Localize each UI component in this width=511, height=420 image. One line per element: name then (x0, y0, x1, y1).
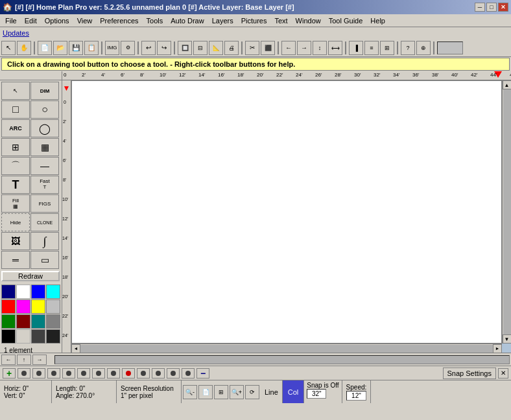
toolbar-b11[interactable]: ⊕ (416, 41, 431, 55)
toolbar-new[interactable]: 📄 (38, 41, 52, 55)
tool-arc[interactable]: ARC (1, 119, 30, 137)
dot-btn-5[interactable] (77, 368, 90, 379)
nav-track[interactable] (54, 355, 510, 364)
toolbar-zoom-out[interactable]: ⊟ (193, 41, 208, 55)
tool-text[interactable]: T (1, 176, 30, 194)
dot-btn-7[interactable] (107, 368, 120, 379)
color-cell-11[interactable] (46, 314, 60, 329)
minimize-button[interactable]: ─ (475, 3, 485, 12)
redraw-button[interactable]: Redraw (1, 271, 60, 281)
dot-btn-11[interactable] (182, 368, 195, 379)
dot-btn-8[interactable] (137, 368, 150, 379)
tool-fast-text[interactable]: FastT (30, 176, 59, 194)
menu-window[interactable]: Window (292, 16, 325, 26)
toolbar-hand[interactable]: ✋ (17, 41, 31, 55)
color-cell-0[interactable] (1, 285, 16, 299)
tool-stairs[interactable]: ⌒ (1, 157, 30, 175)
color-cell-8[interactable] (1, 314, 16, 329)
dot-btn-1[interactable] (18, 368, 30, 379)
dotbar-close[interactable]: ✕ (498, 368, 508, 379)
tool-image[interactable]: 🖼 (1, 232, 30, 250)
zoom-page-icon[interactable]: 📄 (198, 385, 213, 399)
tool-select[interactable]: ↖ (1, 82, 30, 100)
toolbar-cut[interactable]: ✂ (245, 41, 259, 55)
color-cell-6[interactable] (31, 299, 45, 314)
menu-preferences[interactable]: Preferences (96, 16, 142, 26)
tool-dim[interactable]: DIM (30, 82, 59, 100)
toolbar-zoom-in[interactable]: 🔲 (178, 41, 192, 55)
tool-fill[interactable]: Fill▦ (1, 194, 30, 213)
menu-edit[interactable]: Edit (21, 16, 41, 26)
tool-line[interactable]: — (30, 157, 59, 175)
toolbar-copy[interactable]: 📋 (84, 41, 99, 55)
tool-circle[interactable]: ○ (30, 100, 59, 119)
toolbar-b9[interactable]: ⊞ (380, 41, 394, 55)
scroll-left-button[interactable]: ◄ (71, 344, 80, 353)
dot-btn-10[interactable] (167, 368, 180, 379)
menu-file[interactable]: File (1, 16, 21, 26)
tool-hline[interactable]: ═ (1, 251, 30, 269)
toolbar-b6[interactable]: ⟷ (328, 41, 342, 55)
dot-btn-red[interactable] (122, 368, 135, 379)
color-cell-2[interactable] (31, 285, 45, 299)
tool-curve[interactable]: ∫ (30, 232, 59, 250)
menu-layers[interactable]: Layers (208, 16, 237, 26)
color-cell-4[interactable] (1, 299, 16, 314)
scroll-up-button[interactable]: ▲ (503, 80, 512, 89)
toolbar-b3[interactable]: 📐 (209, 41, 223, 55)
toolbar-color-swatch[interactable] (437, 41, 463, 54)
color-cell-9[interactable] (16, 314, 30, 329)
tool-oval[interactable]: ◯ (30, 119, 59, 137)
menu-text[interactable]: Text (270, 16, 291, 26)
scroll-right-button[interactable]: ► (493, 344, 502, 353)
toolbar-b4[interactable]: 🖨 (224, 41, 239, 55)
tool-hrect[interactable]: ▭ (30, 251, 59, 269)
menu-tools[interactable]: Tools (143, 16, 167, 26)
toolbar-right[interactable]: → (297, 41, 311, 55)
toolbar-b5[interactable]: ↕ (313, 41, 327, 55)
tool-room[interactable]: ⊞ (1, 138, 30, 156)
scroll-track-v[interactable] (503, 89, 511, 334)
toolbar-paste[interactable]: ⬛ (261, 41, 275, 55)
title-bar-controls[interactable]: ─ □ ✕ (475, 3, 508, 12)
menu-pictures[interactable]: Pictures (237, 16, 271, 26)
color-cell-10[interactable] (31, 314, 45, 329)
nav-left-btn[interactable]: ← (1, 355, 16, 365)
updates-label[interactable]: Updates (3, 29, 29, 37)
toolbar-b7[interactable]: ▐ (349, 41, 363, 55)
maximize-button[interactable]: □ (486, 3, 497, 12)
scroll-track-h[interactable] (80, 345, 493, 353)
plus-button[interactable]: + (3, 368, 16, 379)
dot-btn-2[interactable] (32, 368, 45, 379)
menu-toolguide[interactable]: Tool Guide (325, 16, 367, 26)
color-cell-14[interactable] (31, 329, 45, 344)
dot-btn-3[interactable] (47, 368, 60, 379)
toolbar-b2[interactable]: ⚙ (121, 41, 135, 55)
zoom-fit-icon[interactable]: ⊞ (214, 385, 228, 399)
toolbar-save[interactable]: 💾 (69, 41, 83, 55)
nav-up-btn[interactable]: ↑ (17, 355, 31, 365)
dot-btn-6[interactable] (92, 368, 105, 379)
toolbar-redo[interactable]: ↪ (157, 41, 171, 55)
color-cell-3[interactable] (46, 285, 60, 299)
menu-help[interactable]: Help (366, 16, 389, 26)
nav-right-btn[interactable]: → (32, 355, 47, 365)
color-cell-1[interactable] (16, 285, 30, 299)
zoom-in-icon[interactable]: 🔍+ (230, 385, 244, 399)
color-cell-13[interactable] (16, 329, 30, 344)
dot-btn-4[interactable] (62, 368, 75, 379)
toolbar-b8[interactable]: ≡ (364, 41, 379, 55)
drawing-canvas[interactable] (71, 80, 502, 344)
toolbar-b10[interactable]: ? (401, 41, 415, 55)
toolbar-b1[interactable]: IMG (105, 41, 119, 55)
color-cell-12[interactable] (1, 329, 16, 344)
canvas-area[interactable]: ▼ 0 2' 4' 6' 8' 10' 12' 14' 16' 18' 20' … (62, 80, 511, 353)
close-button[interactable]: ✕ (498, 3, 508, 12)
minus-button[interactable]: − (196, 368, 209, 379)
toolbar-open[interactable]: 📂 (53, 41, 67, 55)
tool-rect[interactable]: □ (1, 100, 30, 119)
menu-autodraw[interactable]: Auto Draw (167, 16, 208, 26)
tool-clone[interactable]: CLONE (30, 213, 59, 231)
toolbar-undo[interactable]: ↩ (141, 41, 156, 55)
status-col-label[interactable]: Col (283, 380, 305, 403)
